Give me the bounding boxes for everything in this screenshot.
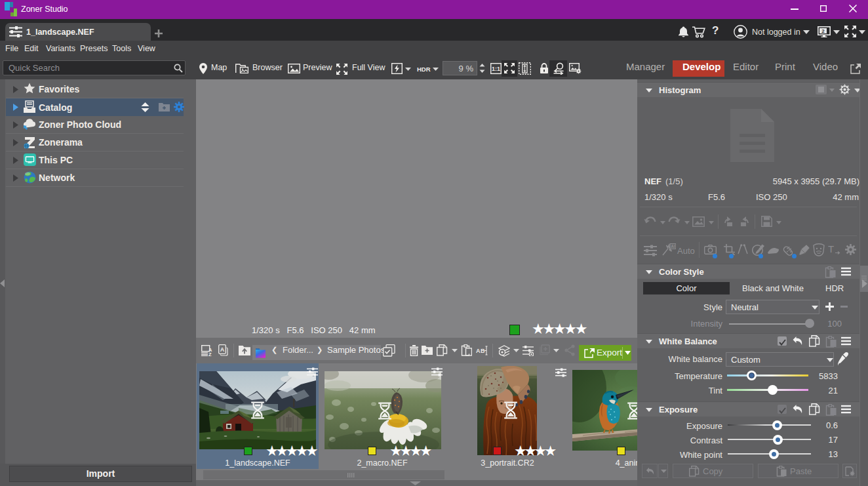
svg-text:AI: AI: [671, 244, 675, 249]
svg-text:A: A: [220, 346, 225, 353]
svg-text:T: T: [828, 244, 834, 254]
svg-text:AB: AB: [476, 348, 485, 354]
svg-text:2: 2: [821, 28, 825, 34]
svg-text:Z: Z: [208, 352, 212, 356]
svg-text:1:1: 1:1: [492, 66, 500, 72]
